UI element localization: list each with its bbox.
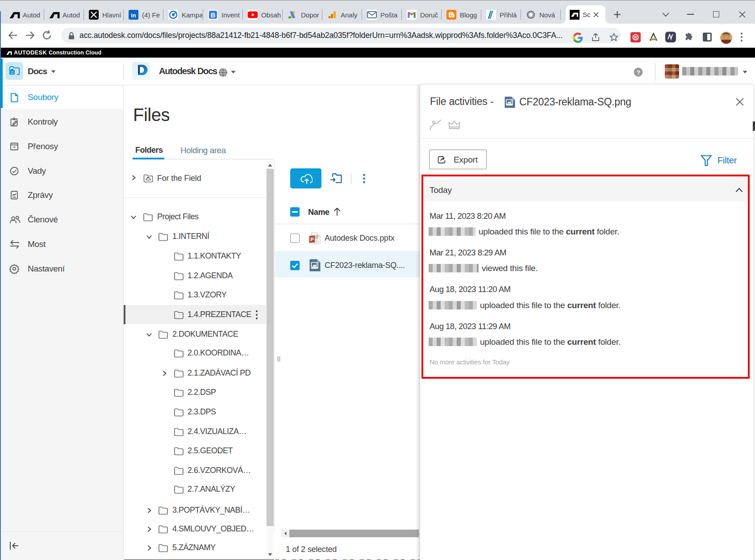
svg-text:?: ? [637,69,640,76]
svg-text:in: in [131,12,136,19]
svg-text:R: R [634,35,637,40]
svg-text:P: P [310,237,313,242]
svg-text:B: B [211,12,215,19]
